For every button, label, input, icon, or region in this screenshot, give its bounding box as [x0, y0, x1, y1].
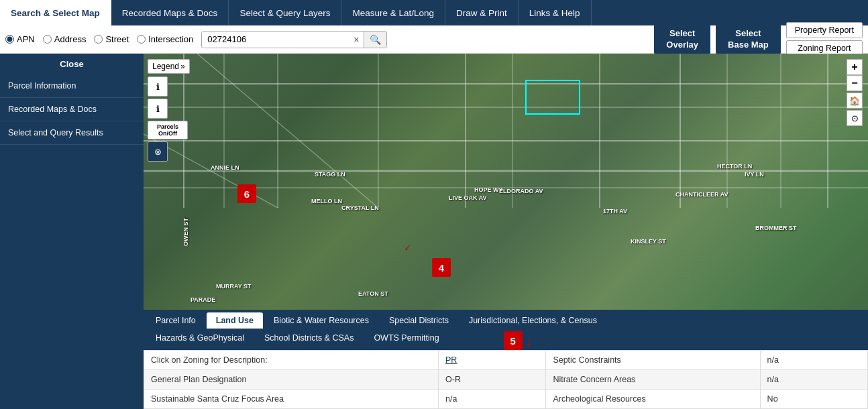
street-label-hector-ln: HECTOR LN [717, 163, 752, 170]
sidebar-parcel-info[interactable]: Parcel Information [0, 74, 144, 98]
radio-apn[interactable]: APN [5, 34, 35, 44]
street-label-chanticleer-av: CHANTICLEER AV [675, 191, 728, 198]
bottom-panel: Parcel Info Land Use Biotic & Water Reso… [144, 310, 868, 409]
cell-nitrate-value: n/a [760, 370, 867, 390]
street-label-annie-ln: ANNIE LN [211, 164, 239, 171]
info-tool-2[interactable]: ℹ [148, 99, 168, 119]
street-label-murray-st: MURRAY ST [216, 283, 252, 290]
clear-icon: ⊗ [154, 147, 162, 157]
zoom-in-button[interactable]: + [847, 59, 863, 75]
pr-link[interactable]: PR [445, 355, 457, 365]
radio-intersection[interactable]: Intersection [137, 34, 193, 44]
info-icon-2: ℹ [156, 104, 160, 114]
cell-sustainable-label: Sustainable Santa Cruz Focus Area [144, 390, 439, 409]
legend-label: Legend [152, 62, 179, 71]
cell-septic-label: Septic Constraints [546, 351, 760, 370]
cell-zoning-value[interactable]: PR [439, 351, 546, 370]
cell-gp-label: General Plan Designation [144, 370, 439, 390]
street-label-eaton-st: EATON ST [358, 290, 388, 297]
street-label-brommer-st: BROMMER ST [755, 225, 797, 231]
nav-draw-print[interactable]: Draw & Print [445, 0, 519, 25]
street-label-mello-ln: MELLO LN [311, 198, 342, 204]
tab-bar-row2: Hazards & GeoPhysical School Districts &… [144, 329, 868, 350]
info-tool-1[interactable]: ℹ [148, 76, 168, 97]
tab-parcel-info[interactable]: Parcel Info [146, 312, 205, 329]
badge-5: 5 [504, 331, 523, 350]
parcels-label: ParcelsOn/Off [157, 123, 178, 137]
clear-tool[interactable]: ⊗ [148, 141, 168, 162]
zoom-out-button[interactable]: − [847, 75, 863, 91]
cell-archeological-value: No [760, 390, 867, 409]
cell-gp-value: O-R [439, 370, 546, 390]
search-clear-button[interactable]: × [349, 34, 363, 45]
info-icon-1: ℹ [156, 82, 160, 92]
nav-recorded-maps[interactable]: Recorded Maps & Docs [111, 0, 229, 25]
search-type-group: APN Address Street Intersection [5, 34, 193, 44]
home-icon: 🏠 [849, 96, 860, 106]
tab-biotic-water[interactable]: Biotic & Water Resources [264, 312, 378, 329]
street-label-live-oak-av: LIVE OAK AV [449, 194, 487, 201]
sidebar-recorded-maps[interactable]: Recorded Maps & Docs [0, 98, 144, 121]
badge-6: 6 [237, 184, 256, 203]
arrow-5: ↓ [526, 335, 532, 349]
cell-nitrate-label: Nitrate Concern Areas [546, 370, 760, 390]
nav-links-help[interactable]: Links & Help [519, 0, 592, 25]
street-label-ivy-ln: IVY LN [745, 171, 764, 178]
search-input[interactable] [202, 32, 349, 47]
cell-septic-value: n/a [760, 351, 867, 370]
main-area: Close Parcel Information Recorded Maps &… [0, 54, 868, 409]
sidebar-select-query[interactable]: Select and Query Results [0, 121, 144, 145]
street-label-eldorado-av: ELDORADO AV [499, 188, 543, 194]
tab-school-districts[interactable]: School Districts & CSAs [255, 330, 363, 350]
street-label-kinsley-st: KINSLEY ST [631, 238, 666, 245]
tab-hazards[interactable]: Hazards & GeoPhysical [146, 330, 254, 350]
street-label-stagg-ln: STAGG LN [315, 171, 345, 178]
tab-bar-row1: Parcel Info Land Use Biotic & Water Reso… [144, 310, 868, 329]
cell-sustainable-value: n/a [439, 390, 546, 409]
compass-button[interactable]: ⊙ [847, 110, 863, 126]
compass-icon: ⊙ [851, 113, 859, 123]
zoom-controls: + − [847, 59, 863, 91]
nav-search-select-map[interactable]: Search & Select Map [0, 0, 111, 25]
nav-select-query[interactable]: Select & Query Layers [229, 0, 341, 25]
left-sidebar: Close Parcel Information Recorded Maps &… [0, 54, 144, 409]
cell-archeological-label: Archeological Resources [546, 390, 760, 409]
search-row: APN Address Street Intersection × 🔍 Sele… [0, 25, 868, 54]
tab-special-districts[interactable]: Special Districts [380, 312, 458, 329]
report-buttons: Property Report Zoning Report [786, 22, 863, 56]
map-tools: ℹ ℹ ParcelsOn/Off ⊗ [148, 76, 188, 162]
home-button[interactable]: 🏠 [847, 93, 863, 109]
badge-4: 4 [432, 258, 451, 277]
property-report-button[interactable]: Property Report [786, 22, 863, 38]
table-row-zoning: Click on Zoning for Description: PR Sept… [144, 351, 868, 370]
map-actions: Select Overlay Select Base Map Property … [654, 22, 863, 56]
tab-owts[interactable]: OWTS Permitting [364, 330, 448, 350]
data-table: Click on Zoning for Description: PR Sept… [144, 350, 868, 409]
street-label-owen-st: OWEN ST [182, 218, 189, 246]
search-input-wrap: × 🔍 [201, 31, 386, 48]
street-label-parade: PARADE [191, 296, 215, 303]
radio-street[interactable]: Street [94, 34, 129, 44]
search-submit-button[interactable]: 🔍 [364, 32, 386, 48]
tab-land-use[interactable]: Land Use [207, 312, 263, 329]
close-button[interactable]: Close [0, 54, 144, 74]
legend-chevron-icon: » [180, 62, 185, 71]
table-row-general-plan: General Plan Designation O-R Nitrate Con… [144, 370, 868, 390]
legend-button[interactable]: Legend » [148, 59, 190, 74]
parcels-toggle[interactable]: ParcelsOn/Off [148, 121, 188, 139]
street-label-17th-av: 17TH AV [603, 208, 627, 215]
select-overlay-button[interactable]: Select Overlay [654, 24, 710, 55]
map-container[interactable]: ANNIE LN STAGG LN MELLO LN CRYSTAL LN LI… [144, 54, 868, 409]
table-row-sustainable: Sustainable Santa Cruz Focus Area n/a Ar… [144, 390, 868, 409]
street-label-crystal-ln: CRYSTAL LN [341, 204, 379, 211]
tab-jurisdictional[interactable]: Jurisdictional, Elections, & Census [459, 312, 606, 329]
nav-measure[interactable]: Measure & Lat/Long [341, 0, 445, 25]
select-basemap-button[interactable]: Select Base Map [716, 24, 781, 55]
cell-zoning-label: Click on Zoning for Description: [144, 351, 439, 370]
radio-address[interactable]: Address [43, 34, 87, 44]
